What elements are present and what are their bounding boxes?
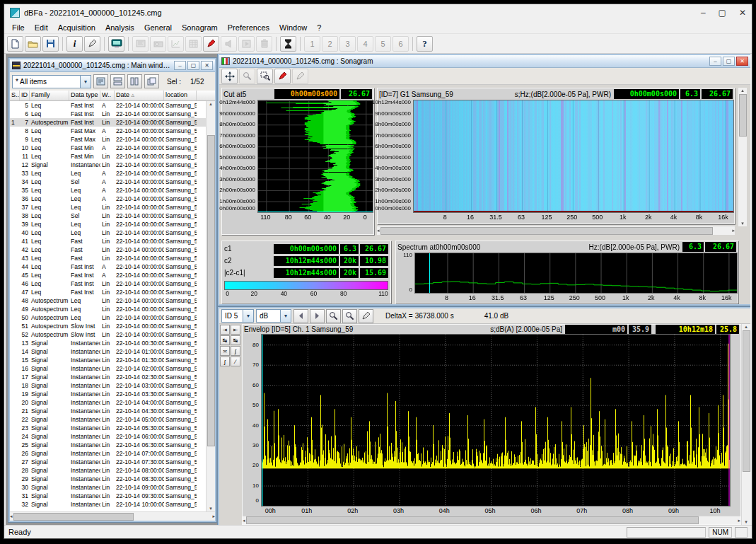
table-row[interactable]: 34LeqSelA22-10-14 00:00:00Samsung_5	[10, 178, 206, 186]
minimize-button[interactable]: –	[174, 61, 186, 70]
table-row[interactable]: 32SignalInstantaneousLin22-10-14 10:00:0…	[10, 500, 206, 509]
scroll-left-icon[interactable]: ◂	[10, 514, 13, 519]
table-row[interactable]: 12SignalInstantaneousLin22-10-14 00:00:0…	[10, 161, 206, 169]
envelope-vscrollbar[interactable]: ▴▾	[741, 324, 750, 525]
tile-horizontal-button[interactable]	[110, 74, 125, 88]
table-row[interactable]: 26SignalInstantaneousLin22-10-14 07:00:0…	[10, 449, 206, 458]
edit-pen-button[interactable]	[84, 36, 100, 52]
menu-help[interactable]: ?	[312, 23, 326, 33]
scroll-thumb[interactable]	[13, 513, 134, 521]
scroll-down-icon[interactable]: ▾	[209, 506, 212, 511]
table-row[interactable]: 48AutospectrumLeqLin22-10-14 00:00:00Sam…	[10, 296, 206, 305]
scroll-down-icon[interactable]: ▾	[745, 519, 748, 525]
scroll-thumb[interactable]	[207, 135, 215, 446]
restore-button[interactable]: ▢	[187, 61, 199, 70]
column-header-w[interactable]: W..	[100, 91, 115, 100]
help-button[interactable]: ?	[417, 36, 433, 52]
spectrum-plot[interactable]	[414, 253, 738, 294]
table-row[interactable]: 27SignalInstantaneousLin22-10-14 07:30:0…	[10, 458, 206, 466]
menu-file[interactable]: File	[7, 23, 30, 33]
scroll-right-icon[interactable]: ▸	[732, 228, 735, 233]
sonagram-hscrollbar[interactable]: ◂▸	[377, 226, 735, 235]
menu-sonagram[interactable]: Sonagram	[177, 23, 223, 33]
table-row[interactable]: 18SignalInstantaneousLin22-10-14 03:00:0…	[10, 381, 206, 390]
scroll-thumb[interactable]	[739, 94, 747, 137]
hourglass-button[interactable]	[280, 36, 296, 52]
scroll-thumb[interactable]	[380, 227, 713, 235]
table-row[interactable]: 33LeqLeqA22-10-14 00:00:00Samsung_5	[10, 169, 206, 178]
column-header-date[interactable]: Date ▵	[115, 91, 164, 100]
info-button[interactable]: i	[66, 36, 83, 52]
table-row[interactable]: 22SignalInstantaneousLin22-10-14 05:00:0…	[10, 415, 206, 424]
close-button[interactable]: ✕	[736, 57, 748, 66]
column-header-datatype[interactable]: Data type	[69, 91, 100, 100]
table-row[interactable]: 51AutospectrumSlow InstLin22-10-14 00:00…	[10, 322, 206, 330]
minimize-button[interactable]: –	[701, 8, 706, 18]
scroll-down-icon[interactable]: ▾	[741, 221, 744, 226]
table-row[interactable]: 47LeqFast InstLin22-10-14 00:00:00Samsun…	[10, 288, 206, 296]
cursors-span-button[interactable]: ↹	[220, 335, 230, 345]
table-row[interactable]: 11LeqFast MinLin22-10-14 00:00:00Samsung…	[10, 152, 206, 161]
cut-plot[interactable]	[257, 100, 373, 213]
zoom-window-button[interactable]	[257, 69, 273, 84]
scroll-up-icon[interactable]: ▴	[741, 88, 744, 93]
table-row[interactable]: 9LeqFast MaxLin22-10-14 00:00:00Samsung_…	[10, 135, 206, 144]
column-header-s[interactable]: S..	[10, 91, 20, 100]
new-file-button[interactable]	[7, 36, 23, 52]
table-row[interactable]: 14SignalInstantaneousLin22-10-14 01:00:0…	[10, 347, 206, 356]
save-button[interactable]	[42, 36, 59, 52]
scroll-up-icon[interactable]: ▴	[745, 324, 748, 330]
table-row[interactable]: 50AutospectrumLeqLin22-10-14 00:00:00Sam…	[10, 313, 206, 322]
envelope-hscrollbar[interactable]: ◂▸	[243, 516, 740, 524]
red-pen-button[interactable]	[203, 36, 219, 52]
menu-general[interactable]: General	[139, 23, 177, 33]
scroll-thumb[interactable]	[246, 516, 699, 524]
scroll-left-icon[interactable]: ◂	[377, 228, 380, 233]
filter-combo[interactable]: * All items ▾	[12, 75, 91, 88]
table-row[interactable]: 35LeqLeqA22-10-14 00:00:00Samsung_5	[10, 186, 206, 195]
tile-vertical-button[interactable]	[127, 74, 142, 88]
cursor-to-end-button[interactable]: ⇥	[220, 325, 230, 335]
minimize-button[interactable]: –	[709, 57, 721, 66]
zoom-button[interactable]	[326, 309, 341, 323]
table-row[interactable]: 10LeqFast MinA22-10-14 00:00:00Samsung_5	[10, 144, 206, 152]
table-row[interactable]: 21SignalInstantaneousLin22-10-14 04:30:0…	[10, 407, 206, 415]
cascade-button[interactable]	[144, 74, 159, 88]
table-row[interactable]: 23SignalInstantaneousLin22-10-14 05:30:0…	[10, 424, 206, 432]
table-row[interactable]: 16SignalInstantaneousLin22-10-14 02:00:0…	[10, 364, 206, 373]
id-combo[interactable]: ID 5 ▾	[221, 309, 254, 323]
table-row[interactable]: 40LeqLeqLin22-10-14 00:00:00Samsung_5	[10, 228, 206, 237]
properties-button[interactable]	[93, 74, 108, 88]
table-row[interactable]: 15SignalInstantaneousLin22-10-14 01:30:0…	[10, 356, 206, 364]
table-row[interactable]: 17SignalInstantaneousLin22-10-14 02:30:0…	[10, 373, 206, 381]
table-hscrollbar[interactable]: ◂▸	[10, 511, 215, 521]
table-row[interactable]: 28SignalInstantaneousLin22-10-14 08:00:0…	[10, 466, 206, 475]
cursor-to-start-button[interactable]: ⇤	[231, 325, 240, 335]
scroll-thumb[interactable]	[743, 330, 750, 472]
table-row[interactable]: 36LeqLeqA22-10-14 00:00:00Samsung_5	[10, 195, 206, 203]
table-vscrollbar[interactable]: ▴▾	[206, 101, 215, 511]
monitor-button[interactable]	[108, 36, 124, 52]
table-row[interactable]: 6LeqFast InstLin22-10-14 00:00:00Samsung…	[10, 110, 206, 118]
close-button[interactable]: ✕	[739, 8, 746, 18]
scroll-up-icon[interactable]: ▴	[209, 101, 212, 107]
column-header-id[interactable]: ID	[20, 91, 30, 100]
table-row[interactable]: 24SignalInstantaneousLin22-10-14 06:00:0…	[10, 432, 206, 441]
table-row[interactable]: 5LeqFast InstA22-10-14 00:00:00Samsung_5	[10, 101, 206, 110]
step-curve-button[interactable]: ʃ	[231, 346, 240, 356]
table-row[interactable]: 41LeqFastLin22-10-14 00:00:00Samsung_5	[10, 237, 206, 245]
table-row[interactable]: 8LeqFast MaxA22-10-14 00:00:00Samsung_5	[10, 127, 206, 135]
scroll-right-icon[interactable]: ▸	[212, 514, 215, 519]
menu-edit[interactable]: Edit	[30, 23, 53, 33]
menu-window[interactable]: Window	[274, 23, 312, 33]
table-row[interactable]: 45LeqFast InstA22-10-14 00:00:00Samsung_…	[10, 271, 206, 279]
table-row[interactable]: 25SignalInstantaneousLin22-10-14 06:30:0…	[10, 441, 206, 449]
table-row[interactable]: 43LeqFastLin22-10-14 00:00:00Samsung_5	[10, 254, 206, 262]
menu-preferences[interactable]: Preferences	[223, 23, 274, 33]
table-row[interactable]: 52AutospectrumSlow InstLin22-10-14 00:00…	[10, 330, 206, 339]
sonagram-plot[interactable]	[413, 100, 734, 213]
table-row[interactable]: 20SignalInstantaneousLin22-10-14 04:00:0…	[10, 398, 206, 407]
column-header-location[interactable]: location	[164, 91, 197, 100]
resize-grip[interactable]	[735, 527, 748, 538]
scroll-left-icon[interactable]: ◂	[243, 518, 245, 523]
